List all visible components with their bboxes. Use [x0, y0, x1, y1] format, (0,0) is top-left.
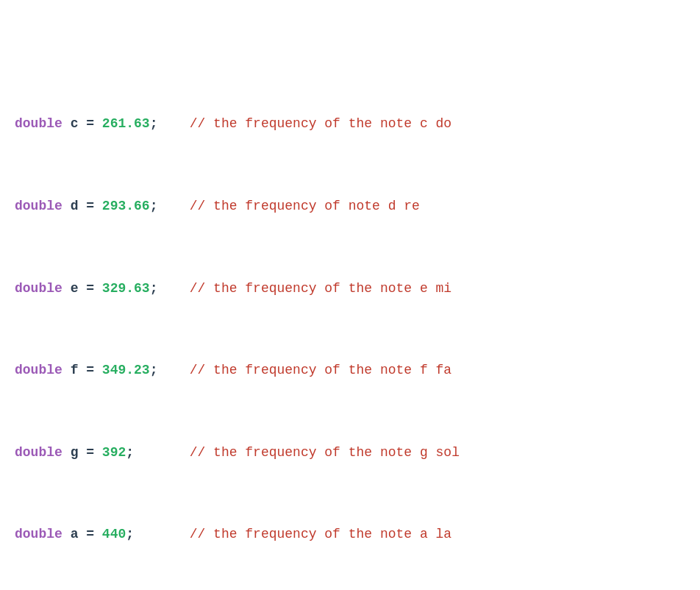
line-d: double d = 293.66; // the frequency of n…	[15, 196, 685, 217]
line-g: double g = 392; // the frequency of the …	[15, 443, 685, 463]
var-c: c	[71, 116, 79, 131]
assign-c: =	[78, 116, 101, 131]
semi-g: ;	[126, 445, 189, 460]
comment-d: // the frequency of note d re	[190, 199, 420, 213]
keyword-double-d: double	[15, 199, 63, 213]
comment-g: // the frequency of the note g sol	[190, 445, 460, 460]
space	[63, 527, 71, 541]
line-e: double e = 329.63; // the frequency of t…	[15, 279, 685, 299]
var-f: f	[71, 363, 79, 377]
line-c: double c = 261.63; // the frequency of t…	[15, 114, 685, 135]
semi-e: ;	[150, 281, 190, 296]
keyword-double-f: double	[15, 363, 63, 377]
space	[63, 281, 71, 296]
var-g: g	[71, 445, 79, 460]
num-f: 349.23	[102, 363, 150, 377]
space	[63, 363, 71, 377]
code-editor: double c = 261.63; // the frequency of t…	[15, 12, 685, 590]
assign-e: =	[78, 281, 101, 296]
num-d: 293.66	[102, 199, 150, 213]
semi-a: ;	[126, 527, 189, 541]
semi-d: ;	[150, 199, 190, 213]
keyword-double-g: double	[15, 445, 63, 460]
semi-f: ;	[150, 363, 190, 377]
num-e: 329.63	[102, 281, 150, 296]
assign-f: =	[78, 363, 101, 377]
assign-a: =	[78, 527, 101, 541]
comment-c: // the frequency of the note c do	[190, 116, 451, 131]
declarations-section: double c = 261.63; // the frequency of t…	[15, 53, 685, 590]
space	[63, 199, 71, 213]
comment-f: // the frequency of the note f fa	[190, 363, 451, 377]
var-d: d	[71, 199, 79, 213]
num-c: 261.63	[102, 116, 150, 131]
comment-e: // the frequency of the note e mi	[190, 281, 451, 296]
num-g: 392	[102, 445, 126, 460]
assign-g: =	[78, 445, 101, 460]
assign-d: =	[78, 199, 101, 213]
space	[63, 445, 71, 460]
space	[63, 116, 71, 131]
line-f: double f = 349.23; // the frequency of t…	[15, 360, 685, 381]
var-a: a	[71, 527, 79, 541]
num-a: 440	[102, 527, 126, 541]
line-a: double a = 440; // the frequency of the …	[15, 525, 685, 545]
keyword-double-c: double	[15, 116, 63, 131]
keyword-double-a: double	[15, 527, 63, 541]
comment-a: // the frequency of the note a la	[190, 527, 451, 541]
var-e: e	[71, 281, 79, 296]
semi-c: ;	[150, 116, 190, 131]
keyword-double-e: double	[15, 281, 63, 296]
